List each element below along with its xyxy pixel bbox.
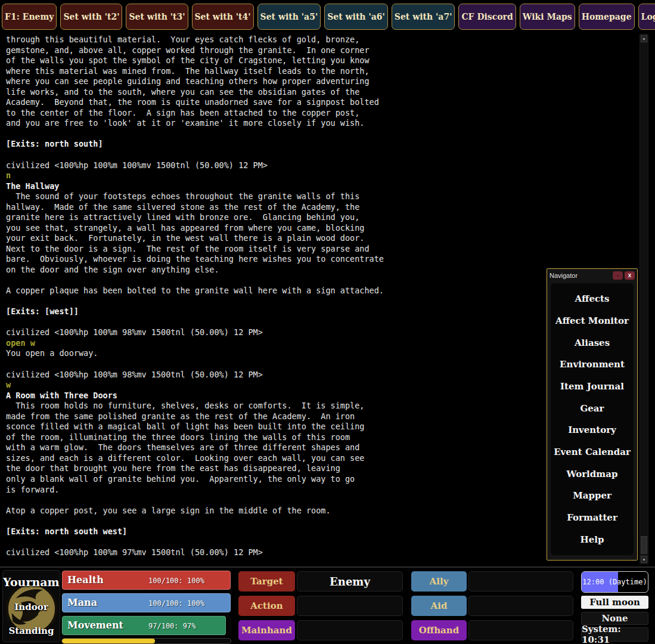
- console-line: hallway. Made of the same silvered stone…: [6, 202, 641, 213]
- toolbar-button-homepage[interactable]: Homepage: [579, 4, 635, 30]
- movement-bar-label: Movement: [67, 620, 123, 631]
- vitals-bars-list: Health100/100: 100%Mana100/100: 100%Move…: [61, 570, 231, 636]
- toolbar-button-wiki-maps[interactable]: Wiki Maps: [520, 4, 575, 30]
- navigator-item-inventory[interactable]: Inventory: [551, 425, 634, 435]
- toolbar-button-set-with-t4[interactable]: Set with 't4': [192, 4, 254, 30]
- navigator-title: Navigator: [550, 272, 611, 279]
- console-line: civilized <100%hp 100%m 100%mv 1500tnl (…: [6, 160, 641, 171]
- offhand-value: [468, 620, 573, 640]
- mana-bar: Mana100/100: 100%: [61, 593, 231, 613]
- mainhand-label: Mainhand: [238, 620, 295, 640]
- aid-value: [468, 596, 573, 616]
- system-time: System: 10:31: [581, 627, 648, 642]
- console-output: through this beautiful material. Your ey…: [0, 33, 641, 566]
- console-line: The sound of your footsteps echoes throu…: [6, 191, 641, 202]
- toolbar-button-f1-enemy[interactable]: F1: Enemy: [2, 4, 57, 30]
- status-bar: Yourname Indoor Standing Health100/100: …: [0, 566, 655, 644]
- console-line: granite here is attractively lined with …: [6, 212, 641, 223]
- console-line: sizes, and each is a different color. Lo…: [6, 453, 641, 464]
- toolbar-button-cf-discord[interactable]: CF Discord: [458, 4, 516, 30]
- toolbar: F1: EnemySet with 't2'Set with 't3'Set w…: [0, 0, 655, 33]
- secondary-moon-phase: None: [581, 612, 648, 625]
- console-line: of the walls you spot the symbol of the …: [6, 55, 641, 66]
- action-label: Action: [238, 596, 295, 616]
- health-bar-label: Health: [67, 574, 104, 586]
- navigator-item-formatter[interactable]: Formatter: [551, 512, 634, 523]
- console-line: civilized <100%hp 100%m 97%mv 1500tnl (5…: [6, 547, 641, 558]
- character-panel: Yourname Indoor Standing: [2, 570, 60, 642]
- console-line: A Room with Three Doors: [6, 391, 641, 401]
- console-line: [Exits: [west]]: [6, 306, 641, 317]
- offhand-label: Offhand: [411, 620, 467, 640]
- minimize-icon[interactable]: -: [613, 271, 623, 280]
- scrollbar-thumb[interactable]: [641, 536, 647, 554]
- console-line: and you are free to 'look' at it or 'exa…: [6, 118, 641, 129]
- console-line: made from the same polished granite as t…: [6, 411, 641, 422]
- navigator-item-item-journal[interactable]: Item Journal: [551, 381, 634, 392]
- mud-client-window: F1: EnemySet with 't2'Set with 't3'Set w…: [0, 0, 655, 644]
- game-clock: 12:00 (Daytime): [581, 571, 648, 593]
- movement-bar: Movement97/100: 97%: [61, 615, 231, 636]
- mainhand-value: [297, 620, 403, 640]
- console-line: A copper plaque has been bolted to the g…: [6, 286, 641, 296]
- navigator-menu: AffectsAffect MonitorAliasesEnvironmentI…: [551, 283, 634, 555]
- navigator-item-affect-monitor[interactable]: Affect Monitor: [551, 315, 634, 326]
- movement-bar-value: 97/100: 97%: [148, 622, 195, 630]
- console-line: the door that brought you here from the …: [6, 463, 641, 474]
- navigator-item-affects[interactable]: Affects: [551, 293, 634, 304]
- console-line: only a blank wall of granite behind you.…: [6, 474, 641, 485]
- console-line: [6, 537, 641, 547]
- navigator-item-environment[interactable]: Environment: [551, 359, 634, 370]
- navigator-window: Navigator - x AffectsAffect MonitorAlias…: [547, 268, 638, 561]
- toolbar-button-set-with-t2[interactable]: Set with 't2': [60, 4, 122, 30]
- console-line: This room holds no furniture, shelves, d…: [6, 401, 641, 411]
- health-bar: Health100/100: 100%: [61, 570, 231, 590]
- console-line: [6, 150, 641, 160]
- ally-label: Ally: [411, 571, 467, 592]
- health-bar-value: 100/100: 100%: [148, 577, 204, 585]
- console-line: gemstone, and, above all, copper worked …: [6, 45, 641, 56]
- console-line: open w: [6, 338, 641, 349]
- console-line: w: [6, 380, 641, 391]
- scrollbar-up-icon[interactable]: ■: [641, 35, 647, 42]
- console-line: of the room, illuminating the three door…: [6, 432, 641, 443]
- navigator-item-aliases[interactable]: Aliases: [551, 338, 634, 348]
- navigator-titlebar[interactable]: Navigator - x: [547, 269, 637, 281]
- navigator-item-worldmap[interactable]: Worldmap: [551, 469, 634, 479]
- target-label: Target: [238, 571, 295, 592]
- console-line: [6, 317, 641, 328]
- target-value: Enemy: [297, 571, 403, 592]
- toolbar-button-set-with-a7[interactable]: Set with 'a7': [392, 4, 455, 30]
- console-line: where you can see people guiding and tea…: [6, 76, 641, 87]
- console-line: Next to the door is a sign. The rest of …: [6, 244, 641, 255]
- console-line: [Exits: north south]: [6, 139, 641, 150]
- experience-bar: [61, 638, 231, 644]
- mana-bar-value: 100/100: 100%: [148, 599, 204, 608]
- navigator-item-mapper[interactable]: Mapper: [551, 490, 634, 501]
- toolbar-button-set-with-t3[interactable]: Set with 't3': [126, 4, 188, 30]
- toolbar-button-set-with-a6[interactable]: Set with 'a6': [324, 4, 388, 30]
- console-line: where this material was mined from. The …: [6, 66, 641, 77]
- close-icon[interactable]: x: [625, 271, 635, 280]
- console-line: [6, 359, 641, 370]
- moon-phase: Full moon: [581, 596, 648, 609]
- game-clock-time: 12:00 (Daytime): [582, 572, 648, 592]
- navigator-item-event-calendar[interactable]: Event Calendar: [551, 447, 634, 457]
- console-line: bare. Obviously, whoever is doing the te…: [6, 254, 641, 265]
- navigator-item-help[interactable]: Help: [551, 534, 634, 545]
- toolbar-button-set-with-a5[interactable]: Set with 'a5': [257, 4, 321, 30]
- toolbar-button-logs[interactable]: Logs: [638, 4, 655, 30]
- console-line: [6, 495, 641, 506]
- console-line: your exit back. Fortunately, in the west…: [6, 233, 641, 244]
- console-scrollbar[interactable]: ■ ■: [640, 34, 648, 564]
- ally-value: [468, 571, 573, 592]
- console-line: on the door and the sign over anything e…: [6, 265, 641, 275]
- console-line: civilized <100%hp 100%m 98%mv 1500tnl (5…: [6, 327, 641, 338]
- console-line: [Exits: north south west]: [6, 527, 641, 537]
- scrollbar-down-icon[interactable]: ■: [641, 556, 647, 563]
- console-line: The Hallway: [6, 181, 641, 192]
- navigator-item-gear[interactable]: Gear: [551, 403, 634, 414]
- console-line: sconce filled with a magical ball of lig…: [6, 422, 641, 432]
- console-line: is forward.: [6, 485, 641, 496]
- console-line: life works, and to the south, where you …: [6, 87, 641, 98]
